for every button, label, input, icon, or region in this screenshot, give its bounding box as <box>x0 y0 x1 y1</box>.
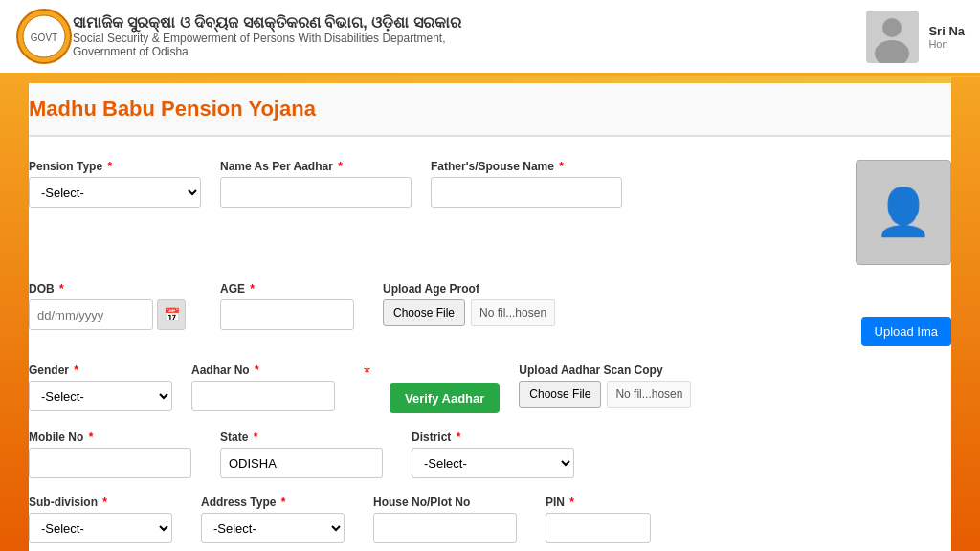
address-type-label: Address Type * <box>201 496 354 509</box>
district-label: District * <box>412 430 584 444</box>
upload-image-button[interactable]: Upload Ima <box>861 317 951 346</box>
header-person-sub: Hon <box>928 38 965 50</box>
father-spouse-label: Father's/Spouse Name * <box>431 160 622 173</box>
dob-label: DOB * <box>29 282 201 296</box>
subdivision-select[interactable]: -Select- <box>29 513 172 543</box>
age-input[interactable] <box>220 299 354 330</box>
address-type-select[interactable]: -Select- <box>201 513 345 543</box>
form-container: Pension Type * -Select- Old Age Pension … <box>0 137 980 551</box>
gender-select[interactable]: -Select- Male Female Others <box>29 381 172 411</box>
eng-subtitle-line2: Government of Odisha <box>73 45 866 58</box>
avatar-icon: 👤 <box>875 189 932 235</box>
pension-type-select[interactable]: -Select- Old Age Pension Widow Pension D… <box>29 177 201 208</box>
pin-group: PIN * <box>546 496 660 543</box>
choose-file-aadhar-button[interactable]: Choose File <box>519 381 601 408</box>
page-title-bar: Madhu Babu Pension Yojana <box>0 83 980 137</box>
header-person-name: Sri Na <box>928 24 965 38</box>
state-group: State * <box>220 430 392 478</box>
header: GOVT ସାମାଜିକ ସୁରକ୍ଷା ଓ ଦିବ୍ୟଜ ସଶକ୍ତିକରଣ … <box>0 0 980 76</box>
svg-point-4 <box>882 18 902 37</box>
left-decoration <box>0 77 29 551</box>
photo-placeholder: 👤 <box>856 160 951 265</box>
upload-aadhar-group: Upload Aadhar Scan Copy Choose File No f… <box>519 364 710 408</box>
odia-title: ସାମାଜିକ ସୁରକ୍ଷା ଓ ଦିବ୍ୟଜ ସଶକ୍ତିକରଣ ବିଭାଗ… <box>73 14 866 32</box>
header-photo <box>866 11 919 63</box>
father-spouse-group: Father's/Spouse Name * <box>431 160 622 208</box>
mobile-input[interactable] <box>29 448 191 478</box>
name-aadhar-label: Name As Per Aadhar * <box>220 160 412 173</box>
upload-image-area: Upload Ima <box>861 309 951 346</box>
pin-input[interactable] <box>546 513 651 543</box>
aadhar-input[interactable] <box>191 381 335 411</box>
dob-group: DOB * 📅 <box>29 282 201 330</box>
aadhar-upload-wrapper: Choose File No fil...hosen <box>519 381 710 408</box>
name-aadhar-input[interactable] <box>220 177 412 208</box>
age-group: AGE * <box>220 282 364 330</box>
form-row-5: Sub-division * -Select- Address Type * -… <box>29 496 951 543</box>
pension-type-label: Pension Type * <box>29 160 201 173</box>
form-row-2: DOB * 📅 AGE * Upload Age Proof Choose Fi… <box>29 282 951 346</box>
district-select[interactable]: -Select- <box>412 448 574 478</box>
form-row-1: Pension Type * -Select- Old Age Pension … <box>29 160 951 265</box>
form-row-3: Gender * -Select- Male Female Others Aad… <box>29 364 951 413</box>
aadhar-required-star: * <box>364 364 370 384</box>
header-person-info: Sri Na Hon <box>928 24 965 50</box>
mobile-group: Mobile No * <box>29 430 201 478</box>
upload-aadhar-label: Upload Aadhar Scan Copy <box>519 364 710 377</box>
eng-subtitle-line1: Social Security & Empowerment of Persons… <box>73 32 866 45</box>
district-group: District * -Select- <box>412 430 584 478</box>
gender-group: Gender * -Select- Male Female Others <box>29 364 172 411</box>
header-right: Sri Na Hon <box>866 11 965 63</box>
color-banner <box>0 76 980 83</box>
dob-input[interactable] <box>29 299 153 330</box>
verify-aadhar-button[interactable]: Verify Aadhar <box>390 383 500 413</box>
subdivision-group: Sub-division * -Select- <box>29 496 182 543</box>
pin-label: PIN * <box>546 496 660 509</box>
mobile-label: Mobile No * <box>29 430 201 444</box>
gender-label: Gender * <box>29 364 172 377</box>
page-title: Madhu Babu Pension Yojana <box>29 97 951 121</box>
right-panel: 👤 <box>856 160 951 265</box>
form-row-4: Mobile No * State * District * -Select- <box>29 430 951 478</box>
age-proof-filename: No fil...hosen <box>471 299 555 326</box>
house-input[interactable] <box>373 513 517 543</box>
aadhar-filename: No fil...hosen <box>607 381 691 408</box>
age-proof-upload-wrapper: Choose File No fil...hosen <box>383 299 574 326</box>
father-spouse-input[interactable] <box>431 177 622 208</box>
calendar-button[interactable]: 📅 <box>157 299 186 330</box>
aadhar-required-indicator: * <box>364 364 370 389</box>
aadhar-group: Aadhar No * <box>191 364 345 411</box>
pension-type-group: Pension Type * -Select- Old Age Pension … <box>29 160 201 208</box>
upload-age-proof-group: Upload Age Proof Choose File No fil...ho… <box>383 282 574 326</box>
name-aadhar-group: Name As Per Aadhar * <box>220 160 412 208</box>
subdivision-label: Sub-division * <box>29 496 182 509</box>
right-decoration <box>951 77 980 551</box>
house-group: House No/Plot No <box>373 496 526 543</box>
verify-aadhar-wrapper: Verify Aadhar <box>390 364 500 413</box>
header-text: ସାମାଜିକ ସୁରକ୍ଷା ଓ ଦିବ୍ୟଜ ସଶକ୍ତିକରଣ ବିଭାଗ… <box>73 14 866 58</box>
age-label: AGE * <box>220 282 364 296</box>
choose-file-age-button[interactable]: Choose File <box>383 299 465 326</box>
govt-logo: GOVT <box>15 8 73 65</box>
required-star: * <box>107 160 112 173</box>
dob-wrapper: 📅 <box>29 299 201 330</box>
house-label: House No/Plot No <box>373 496 526 509</box>
address-type-group: Address Type * -Select- <box>201 496 354 543</box>
state-label: State * <box>220 430 392 444</box>
svg-text:GOVT: GOVT <box>31 33 57 43</box>
aadhar-label: Aadhar No * <box>191 364 345 377</box>
upload-age-proof-label: Upload Age Proof <box>383 282 574 296</box>
state-input[interactable] <box>220 448 383 478</box>
